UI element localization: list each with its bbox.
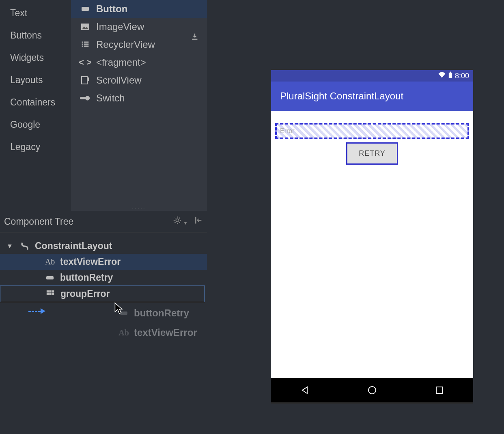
svg-rect-3 <box>82 42 83 43</box>
tree-label: groupError <box>60 288 110 299</box>
nav-home-icon[interactable] <box>367 385 377 395</box>
palette-item-scrollview[interactable]: ScrollView <box>71 71 207 89</box>
group-icon <box>44 290 56 299</box>
category-containers[interactable]: Containers <box>10 91 61 114</box>
svg-point-26 <box>368 387 376 394</box>
tree-node-buttonretry[interactable]: buttonRetry <box>0 270 207 286</box>
constraint-layout-icon <box>19 241 31 251</box>
textview-error-widget[interactable]: Error <box>275 123 469 139</box>
category-google[interactable]: Google <box>10 114 61 136</box>
tree-header: Component Tree ▾ <box>0 211 207 232</box>
tree-body: ▼ ConstraintLayout Ab textViewError butt… <box>0 232 207 302</box>
palette-item-fragment[interactable]: < > <fragment> <box>71 54 207 71</box>
category-buttons[interactable]: Buttons <box>10 24 61 47</box>
textview-icon: Ab <box>44 257 56 266</box>
wifi-icon <box>438 71 446 81</box>
svg-rect-25 <box>450 71 451 73</box>
svg-rect-13 <box>192 39 198 40</box>
svg-rect-9 <box>82 77 87 84</box>
palette-item-button[interactable]: Button <box>71 0 207 18</box>
tree-node-textviewerror[interactable]: Ab textViewError <box>0 254 207 270</box>
layout-content[interactable]: Error RETRY <box>271 111 473 378</box>
svg-rect-22 <box>52 293 54 295</box>
tree-label: ConstraintLayout <box>35 241 112 251</box>
palette-label: ImageView <box>96 21 144 32</box>
svg-rect-19 <box>52 290 54 292</box>
palette-label: Button <box>96 3 127 15</box>
component-tree-panel: Component Tree ▾ ▼ ConstraintLayout Ab t… <box>0 211 207 302</box>
mouse-cursor <box>114 302 123 314</box>
switch-icon <box>80 93 90 103</box>
svg-rect-17 <box>47 290 49 292</box>
download-icon[interactable] <box>190 32 201 43</box>
battery-icon <box>448 71 452 81</box>
svg-rect-24 <box>449 73 452 78</box>
tree-node-constraintlayout[interactable]: ▼ ConstraintLayout <box>0 238 207 254</box>
retry-button[interactable]: RETRY <box>346 142 398 165</box>
palette-item-recyclerview[interactable]: RecyclerView <box>71 36 207 54</box>
scroll-icon <box>80 75 90 86</box>
svg-rect-16 <box>46 276 54 279</box>
svg-rect-0 <box>82 7 89 11</box>
app-bar: PluralSight ConstraintLayout <box>271 82 473 111</box>
tree-header-actions: ▾ <box>173 216 203 227</box>
tree-expand-arrow[interactable]: ▼ <box>6 243 15 250</box>
palette-panel: Button ImageView RecyclerView < > <fragm… <box>71 0 207 211</box>
drag-ghost-buttonretry: buttonRetry <box>118 307 189 319</box>
status-time: 8:00 <box>455 72 469 80</box>
nav-recent-icon[interactable] <box>434 385 445 395</box>
tree-node-grouperror[interactable]: groupError <box>0 286 205 302</box>
category-legacy[interactable]: Legacy <box>10 136 61 158</box>
svg-rect-20 <box>47 293 49 295</box>
ghost-label: buttonRetry <box>134 307 189 319</box>
svg-rect-21 <box>49 293 52 295</box>
category-text[interactable]: Text <box>10 2 61 24</box>
palette-label: <fragment> <box>96 57 146 68</box>
svg-point-14 <box>176 219 179 221</box>
status-bar: 8:00 <box>271 70 473 82</box>
drag-insert-indicator <box>28 308 49 314</box>
palette-label: ScrollView <box>96 75 142 86</box>
category-layouts[interactable]: Layouts <box>10 69 61 91</box>
code-icon: < > <box>80 57 90 68</box>
textview-hint: Error <box>280 127 295 135</box>
image-icon <box>80 21 90 32</box>
button-icon <box>80 4 90 14</box>
device-preview: 8:00 PluralSight ConstraintLayout Error … <box>271 69 473 404</box>
nav-back-icon[interactable] <box>299 385 310 395</box>
svg-rect-5 <box>82 44 83 45</box>
svg-rect-8 <box>84 46 89 47</box>
palette-item-imageview[interactable]: ImageView <box>71 18 207 36</box>
tree-label: textViewError <box>60 256 121 267</box>
list-icon <box>80 39 90 50</box>
button-icon <box>44 273 56 283</box>
tree-label: buttonRetry <box>60 272 113 283</box>
svg-rect-4 <box>84 42 89 43</box>
palette-item-switch[interactable]: Switch <box>71 89 207 107</box>
svg-rect-15 <box>195 217 196 224</box>
collapse-icon[interactable] <box>194 216 203 227</box>
tree-title: Component Tree <box>4 216 73 227</box>
textview-icon: Ab <box>118 328 130 337</box>
palette-label: Switch <box>96 92 125 104</box>
drag-ghost-textviewerror: Ab textViewError <box>118 327 197 338</box>
retry-wrap: RETRY <box>275 142 469 165</box>
app-title: PluralSight ConstraintLayout <box>280 90 403 102</box>
palette-categories: Text Buttons Widgets Layouts Containers … <box>0 0 71 160</box>
category-widgets[interactable]: Widgets <box>10 47 61 69</box>
palette-label: RecyclerView <box>96 39 155 50</box>
ghost-label: textViewError <box>134 327 197 338</box>
svg-rect-18 <box>49 290 52 292</box>
panel-splitter[interactable]: ..... <box>71 205 207 210</box>
svg-rect-7 <box>82 46 83 47</box>
svg-rect-10 <box>88 77 89 81</box>
navigation-bar <box>271 378 473 402</box>
svg-rect-1 <box>81 24 89 30</box>
gear-icon[interactable]: ▾ <box>173 216 187 227</box>
svg-point-12 <box>85 96 90 100</box>
svg-rect-6 <box>84 44 89 45</box>
svg-rect-27 <box>436 387 443 393</box>
